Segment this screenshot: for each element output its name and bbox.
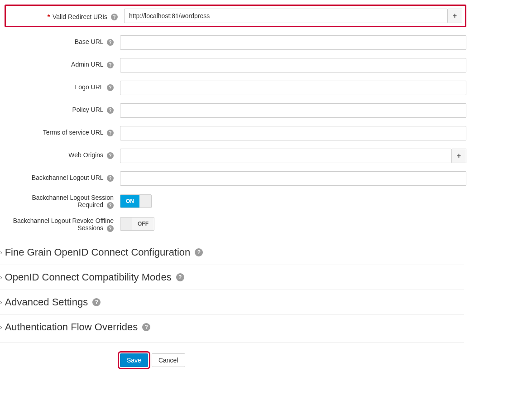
section-title: Advanced Settings (5, 296, 88, 308)
base-url-input[interactable] (120, 35, 466, 50)
tos-url-input[interactable] (120, 126, 466, 140)
web-origins-label: Web Origins ? (5, 149, 120, 159)
admin-url-row: Admin URL ? (5, 58, 466, 72)
help-icon[interactable]: ? (107, 39, 114, 46)
help-icon[interactable]: ? (176, 273, 184, 281)
web-origins-row: Web Origins ? + (5, 149, 466, 163)
section-title: OpenID Connect Compatibility Modes (5, 271, 172, 283)
policy-url-row: Policy URL ? (5, 103, 466, 118)
backchannel-logout-url-label: Backchannel Logout URL ? (5, 171, 120, 182)
base-url-row: Base URL ? (5, 35, 466, 50)
form-actions: Save Cancel (120, 353, 532, 367)
chevron-right-icon: › (0, 274, 2, 281)
toggle-on-label: ON (120, 195, 139, 208)
backchannel-logout-session-required-row: Backchannel Logout Session Required ? ON (5, 194, 466, 209)
backchannel-logout-session-required-toggle[interactable]: ON (120, 194, 152, 208)
plus-icon: + (453, 12, 457, 20)
backchannel-logout-url-row: Backchannel Logout URL ? (5, 171, 466, 186)
chevron-right-icon: › (0, 324, 2, 331)
help-icon[interactable]: ? (107, 152, 114, 159)
chevron-right-icon: › (0, 249, 2, 256)
section-title: Authentication Flow Overrides (5, 321, 138, 333)
help-icon[interactable]: ? (92, 298, 101, 306)
help-icon[interactable]: ? (107, 62, 114, 68)
add-redirect-uri-button[interactable]: + (448, 9, 462, 23)
backchannel-logout-revoke-toggle[interactable]: OFF (120, 217, 154, 231)
logo-url-input[interactable] (120, 81, 466, 95)
valid-redirect-uris-row: * Valid Redirect URIs ? + (5, 5, 466, 27)
add-web-origin-button[interactable]: + (452, 149, 466, 163)
tos-url-row: Terms of service URL ? (5, 126, 466, 140)
backchannel-logout-url-input[interactable] (120, 171, 466, 186)
toggle-handle (139, 195, 151, 208)
help-icon[interactable]: ? (107, 84, 114, 91)
help-icon[interactable]: ? (107, 202, 114, 209)
tos-url-label: Terms of service URL ? (5, 126, 120, 136)
web-origins-input[interactable] (120, 149, 452, 163)
policy-url-input[interactable] (120, 103, 466, 118)
policy-url-label: Policy URL ? (5, 103, 120, 114)
help-icon[interactable]: ? (107, 130, 114, 136)
save-button[interactable]: Save (120, 353, 148, 367)
help-icon[interactable]: ? (111, 14, 118, 20)
plus-icon: + (457, 152, 461, 160)
backchannel-logout-revoke-label: Backchannel Logout Revoke Offline Sessio… (5, 217, 120, 232)
valid-redirect-uris-label: * Valid Redirect URIs ? (9, 11, 124, 21)
help-icon[interactable]: ? (107, 225, 114, 232)
logo-url-label: Logo URL ? (5, 81, 120, 91)
backchannel-logout-revoke-row: Backchannel Logout Revoke Offline Sessio… (5, 217, 466, 232)
help-icon[interactable]: ? (107, 107, 114, 114)
valid-redirect-uris-input[interactable] (124, 9, 448, 23)
admin-url-input[interactable] (120, 58, 466, 72)
base-url-label: Base URL ? (5, 35, 120, 46)
section-advanced-settings[interactable]: › Advanced Settings ? (0, 290, 464, 314)
section-openid-compat-modes[interactable]: › OpenID Connect Compatibility Modes ? (0, 265, 464, 290)
section-title: Fine Grain OpenID Connect Configuration (5, 246, 191, 258)
toggle-off-label: OFF (132, 217, 154, 230)
logo-url-row: Logo URL ? (5, 81, 466, 95)
required-asterisk: * (48, 13, 50, 20)
help-icon[interactable]: ? (142, 323, 150, 331)
section-fine-grain-openid[interactable]: › Fine Grain OpenID Connect Configuratio… (0, 240, 464, 265)
admin-url-label: Admin URL ? (5, 58, 120, 68)
help-icon[interactable]: ? (195, 248, 203, 256)
backchannel-logout-session-required-label: Backchannel Logout Session Required ? (5, 194, 120, 209)
toggle-handle (120, 217, 132, 230)
help-icon[interactable]: ? (107, 175, 114, 182)
chevron-right-icon: › (0, 299, 2, 306)
cancel-button[interactable]: Cancel (152, 353, 185, 367)
section-auth-flow-overrides[interactable]: › Authentication Flow Overrides ? (0, 314, 464, 339)
